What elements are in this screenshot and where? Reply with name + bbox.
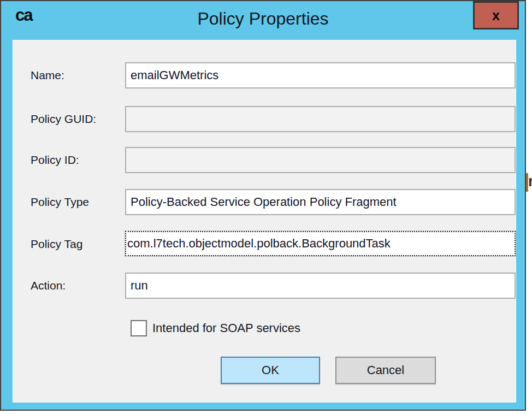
policy-type-label: Policy Type [31, 189, 89, 215]
dialog-content: Name: Policy GUID: Policy ID: Policy Typ… [13, 40, 516, 403]
cancel-button[interactable]: Cancel [335, 357, 436, 384]
dialog-title: Policy Properties [1, 9, 525, 29]
policy-tag-input[interactable] [125, 231, 516, 256]
policy-guid-input [125, 106, 516, 132]
screen: ca Policy Properties x Name: Policy GUID… [0, 0, 532, 414]
action-label: Action: [31, 273, 66, 299]
name-label: Name: [31, 62, 64, 88]
background-window-artifact: r [526, 173, 532, 192]
name-input[interactable] [125, 62, 516, 88]
soap-services-checkbox[interactable] [131, 320, 147, 336]
close-button[interactable]: x [473, 1, 519, 29]
soap-services-checkbox-label[interactable]: Intended for SOAP services [152, 320, 300, 336]
policy-id-input [125, 147, 516, 173]
policy-tag-label: Policy Tag [31, 231, 82, 257]
policy-id-label: Policy ID: [31, 147, 79, 173]
policy-guid-label: Policy GUID: [31, 106, 96, 132]
policy-type-input[interactable] [125, 189, 516, 215]
ok-button[interactable]: OK [221, 357, 320, 384]
policy-properties-dialog: ca Policy Properties x Name: Policy GUID… [0, 0, 526, 411]
action-input[interactable] [125, 273, 516, 299]
